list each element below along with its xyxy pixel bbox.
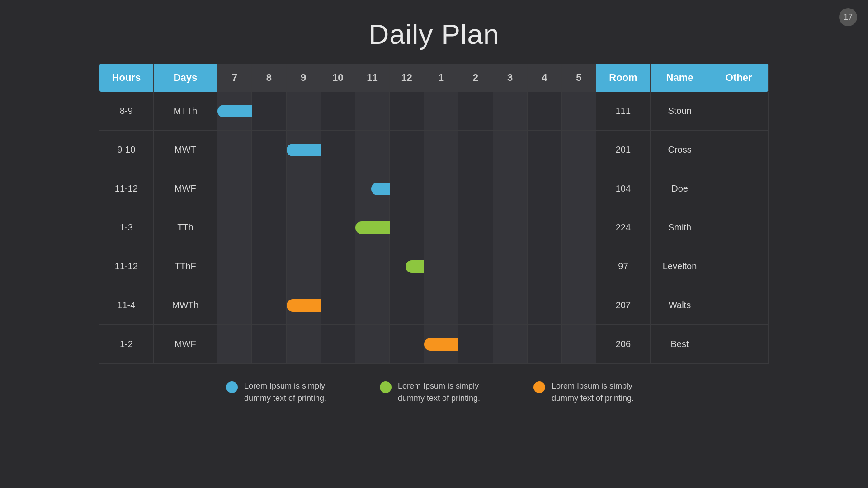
cell-name: Stoun — [651, 92, 710, 131]
cell-hours: 11-12 — [99, 169, 154, 208]
legend-item-orange: Lorem Ipsum is simply dummy text of prin… — [533, 380, 642, 404]
cell-hour-4 — [355, 208, 390, 247]
cell-room: 111 — [596, 92, 651, 131]
page-number: 17 — [839, 8, 857, 26]
cell-hour-2 — [287, 325, 321, 364]
cell-hour-2 — [287, 286, 321, 325]
cell-hour-3 — [321, 169, 355, 208]
cell-hour-7 — [458, 286, 493, 325]
cell-hour-1 — [252, 208, 286, 247]
cell-name: Walts — [651, 286, 710, 325]
cell-name: Smith — [651, 208, 710, 247]
cell-hour-4 — [355, 131, 390, 169]
cell-days: MWF — [154, 169, 217, 208]
legend-item-blue: Lorem Ipsum is simply dummy text of prin… — [226, 380, 335, 404]
cell-hour-3 — [321, 131, 355, 169]
cell-name: Cross — [651, 131, 710, 169]
legend-dot-blue — [226, 381, 238, 393]
cell-hour-1 — [252, 247, 286, 286]
legend-text-green: Lorem Ipsum is simply dummy text of prin… — [398, 380, 488, 404]
cell-hour-6 — [424, 169, 458, 208]
cell-days: MWTh — [154, 286, 217, 325]
legend: Lorem Ipsum is simply dummy text of prin… — [0, 380, 868, 404]
cell-hour-1 — [252, 131, 286, 169]
cell-hour-1 — [252, 286, 286, 325]
cell-hour-9 — [528, 92, 562, 131]
cell-hour-1 — [252, 169, 286, 208]
cell-hour-0 — [217, 247, 252, 286]
cell-days: TTh — [154, 208, 217, 247]
th-3: 3 — [493, 64, 528, 92]
table-row: 1-2MWF206Best — [99, 325, 769, 364]
th-other: Other — [709, 64, 769, 92]
cell-hour-1 — [252, 325, 286, 364]
cell-hour-10 — [562, 92, 596, 131]
th-2: 2 — [458, 64, 493, 92]
cell-hour-10 — [562, 325, 596, 364]
cell-hour-5 — [390, 131, 424, 169]
cell-hour-2 — [287, 208, 321, 247]
cell-hour-0 — [217, 169, 252, 208]
cell-days: MWF — [154, 325, 217, 364]
th-1: 1 — [424, 64, 458, 92]
cell-other — [709, 286, 769, 325]
cell-hour-9 — [528, 169, 562, 208]
cell-hour-9 — [528, 325, 562, 364]
legend-text-orange: Lorem Ipsum is simply dummy text of prin… — [552, 380, 642, 404]
cell-hour-2 — [287, 131, 321, 169]
cell-hour-8 — [493, 169, 528, 208]
cell-hour-4 — [355, 92, 390, 131]
cell-hour-4 — [355, 169, 390, 208]
cell-hour-9 — [528, 247, 562, 286]
cell-hour-6 — [424, 286, 458, 325]
cell-hour-3 — [321, 286, 355, 325]
th-10: 10 — [321, 64, 355, 92]
cell-hours: 1-3 — [99, 208, 154, 247]
legend-dot-green — [380, 381, 392, 393]
th-5: 5 — [562, 64, 596, 92]
cell-hour-8 — [493, 92, 528, 131]
th-4: 4 — [528, 64, 562, 92]
cell-name: Doe — [651, 169, 710, 208]
cell-name: Levelton — [651, 247, 710, 286]
th-11: 11 — [355, 64, 390, 92]
cell-room: 224 — [596, 208, 651, 247]
cell-other — [709, 131, 769, 169]
cell-hour-7 — [458, 325, 493, 364]
cell-hour-10 — [562, 208, 596, 247]
cell-other — [709, 169, 769, 208]
cell-hour-4 — [355, 325, 390, 364]
cell-hour-7 — [458, 247, 493, 286]
cell-room: 206 — [596, 325, 651, 364]
cell-hour-8 — [493, 131, 528, 169]
cell-room: 97 — [596, 247, 651, 286]
cell-hour-6 — [424, 92, 458, 131]
cell-hour-7 — [458, 169, 493, 208]
page-title: Daily Plan — [0, 0, 868, 64]
cell-hours: 1-2 — [99, 325, 154, 364]
cell-hour-6 — [424, 208, 458, 247]
cell-other — [709, 247, 769, 286]
legend-dot-orange — [533, 381, 545, 393]
cell-hour-7 — [458, 92, 493, 131]
cell-hour-4 — [355, 286, 390, 325]
cell-hour-7 — [458, 131, 493, 169]
cell-hour-3 — [321, 92, 355, 131]
cell-other — [709, 92, 769, 131]
th-days: Days — [154, 64, 217, 92]
cell-hour-10 — [562, 286, 596, 325]
cell-hour-8 — [493, 247, 528, 286]
cell-hour-10 — [562, 131, 596, 169]
cell-other — [709, 325, 769, 364]
cell-hour-0 — [217, 92, 252, 131]
table-row: 11-12TThF97Levelton — [99, 247, 769, 286]
legend-text-blue: Lorem Ipsum is simply dummy text of prin… — [244, 380, 335, 404]
th-room: Room — [596, 64, 651, 92]
th-12: 12 — [390, 64, 424, 92]
cell-room: 104 — [596, 169, 651, 208]
table-row: 1-3TTh224Smith — [99, 208, 769, 247]
cell-hour-0 — [217, 208, 252, 247]
table-row: 9-10MWT201Cross — [99, 131, 769, 169]
th-7: 7 — [217, 64, 252, 92]
legend-item-green: Lorem Ipsum is simply dummy text of prin… — [380, 380, 488, 404]
